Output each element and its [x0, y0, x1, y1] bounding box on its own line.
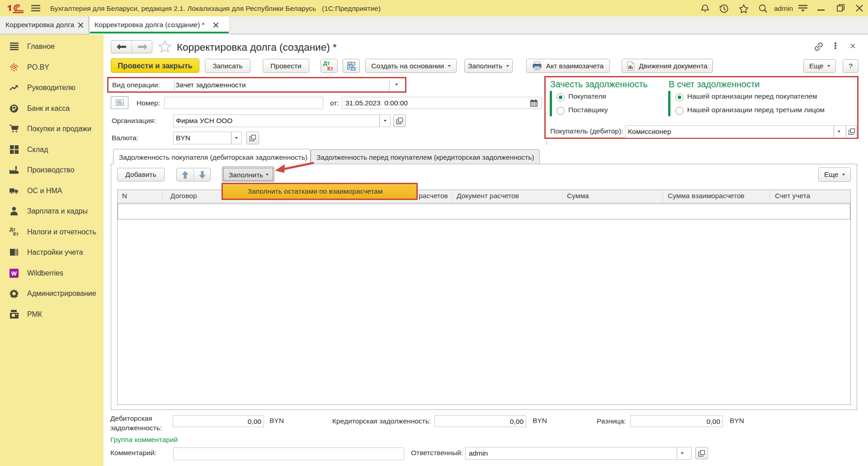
- svg-text:W: W: [11, 270, 17, 277]
